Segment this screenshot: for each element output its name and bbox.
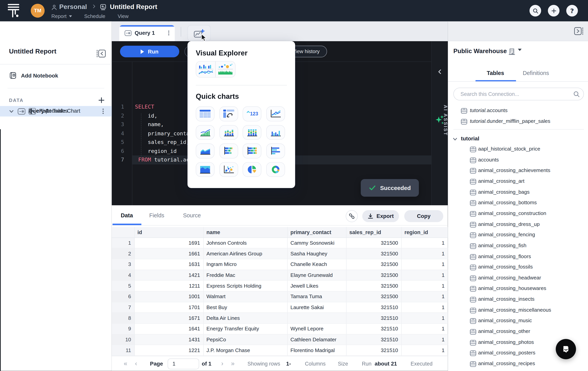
item-menu-icon[interactable]: [100, 108, 106, 115]
chevron-down-icon[interactable]: [9, 109, 14, 114]
share-link-button[interactable]: [346, 210, 358, 222]
connection-search-input[interactable]: [460, 88, 568, 100]
quick-chart-area-chart[interactable]: [196, 143, 214, 158]
connection-dropdown-icon[interactable]: [518, 51, 522, 58]
quick-charts-title: Quick charts: [196, 92, 239, 101]
sidebar-item-new-chart[interactable]: New chart: [0, 158, 112, 169]
quick-chart-scatter-plot[interactable]: [219, 162, 238, 177]
table-icon: [470, 340, 476, 346]
tab-definitions[interactable]: Definitions: [523, 70, 549, 76]
table-item-animal_crossing_housewares[interactable]: animal_crossing_housewares: [448, 284, 588, 295]
support-chat-button[interactable]: [556, 339, 576, 359]
table-item-animal_crossing_achievements[interactable]: animal_crossing_achievements: [448, 166, 588, 177]
column-header-region_id[interactable]: region_id: [401, 227, 448, 238]
page-input[interactable]: [168, 358, 199, 369]
first-page-button[interactable]: «: [124, 356, 127, 371]
topnav-report[interactable]: Report: [52, 13, 72, 19]
quick-chart-area-chart-100[interactable]: [196, 162, 214, 177]
quick-chart-column-chart[interactable]: [266, 125, 285, 140]
quick-chart-table[interactable]: [196, 106, 214, 121]
topnav-schedule[interactable]: Schedule: [84, 13, 105, 19]
quick-chart-combo-chart[interactable]: [196, 125, 214, 140]
table-label: animal_crossing_art: [478, 178, 525, 184]
quick-chart-donut-chart[interactable]: [266, 162, 285, 177]
sparkles-icon[interactable]: [435, 115, 444, 125]
tab-tables[interactable]: Tables: [487, 70, 504, 76]
tab-fields[interactable]: Fields: [149, 212, 164, 219]
table-item-animal_crossing_art[interactable]: animal_crossing_art: [448, 176, 588, 187]
tab-menu-icon[interactable]: [166, 30, 172, 36]
table-item-animal_crossing_dress_up[interactable]: animal_crossing_dress_up: [448, 219, 588, 230]
visual-explorer-button[interactable]: [196, 61, 235, 78]
topnav-view[interactable]: View: [118, 13, 129, 19]
table-item-animal_crossing_fencing[interactable]: animal_crossing_fencing: [448, 230, 588, 241]
add-data-button[interactable]: [97, 96, 105, 104]
app-logo-menu-icon[interactable]: [6, 3, 21, 18]
size-label[interactable]: Size: [338, 356, 348, 371]
sidebar-item-new-chart[interactable]: New chart: [0, 117, 112, 127]
copy-button[interactable]: Copy: [404, 210, 443, 222]
quick-chart-stacked-bar-100[interactable]: [242, 143, 261, 158]
quick-chart-stacked-column-100[interactable]: [242, 125, 261, 140]
table-item-animal_crossing_other[interactable]: animal_crossing_other: [448, 327, 588, 338]
table-item-animal_crossing_bottoms[interactable]: animal_crossing_bottoms: [448, 198, 588, 209]
column-header-id[interactable]: id: [134, 227, 203, 238]
pinned-table-accounts[interactable]: tutorial.accounts: [448, 106, 588, 117]
left-sidebar: Untitled Report Add Notebook DATA Query …: [0, 21, 112, 371]
cell: 321510: [346, 313, 401, 323]
chevron-down-icon[interactable]: [452, 137, 457, 141]
cell: 321500: [346, 291, 401, 302]
next-page-button[interactable]: ›: [221, 356, 223, 371]
tab-query-1[interactable]: Query 1: [119, 25, 175, 41]
table-item-animal_crossing_headwear[interactable]: animal_crossing_headwear: [448, 273, 588, 284]
table-item-animal_crossing_music[interactable]: animal_crossing_music: [448, 316, 588, 327]
quick-chart-line-chart[interactable]: [266, 106, 285, 121]
pinned-table-dunder_mifflin_paper_sales[interactable]: tutorial.dunder_mifflin_paper_sales: [448, 117, 588, 128]
column-header-name[interactable]: name: [203, 227, 287, 238]
collapse-sidebar-button[interactable]: [96, 49, 106, 58]
connection-name[interactable]: Public Warehouse: [453, 48, 507, 55]
table-item-animal_crossing_recipes[interactable]: animal_crossing_recipes: [448, 359, 588, 370]
chevron-left-icon[interactable]: [437, 69, 442, 75]
table-item-animal_crossing_fossils[interactable]: animal_crossing_fossils: [448, 262, 588, 273]
table-item-accounts[interactable]: accounts: [448, 155, 588, 166]
sidebar-item-query-2[interactable]: Query 2: [0, 127, 112, 138]
collapse-right-panel-button[interactable]: [573, 27, 584, 36]
tab-data[interactable]: Data: [121, 212, 133, 219]
table-item-animal_crossing_bags[interactable]: animal_crossing_bags: [448, 187, 588, 198]
tab-source[interactable]: Source: [183, 212, 201, 219]
prev-page-button[interactable]: ‹: [135, 356, 137, 371]
run-button[interactable]: Run: [120, 46, 179, 57]
quick-chart-stacked-column[interactable]: [219, 125, 238, 140]
table-item-animal_crossing_fish[interactable]: animal_crossing_fish: [448, 241, 588, 252]
quick-chart-big-number[interactable]: 123: [242, 106, 261, 121]
table-item-aapl_historical_stock_price[interactable]: aapl_historical_stock_price: [448, 144, 588, 155]
sidebar-item-pivot-table-chart[interactable]: Pivot Table Chart: [0, 148, 112, 159]
quick-chart-pie-chart[interactable]: [242, 162, 261, 177]
table-row: 51211Express Scripts HoldingJewell Likes…: [112, 281, 448, 291]
play-icon: [141, 49, 144, 54]
quick-chart-stacked-bar[interactable]: [219, 143, 238, 158]
quick-chart-bar-chart[interactable]: [266, 143, 285, 158]
table-item-animal_crossing_floors[interactable]: animal_crossing_floors: [448, 251, 588, 262]
table-item-animal_crossing_miscellaneous[interactable]: animal_crossing_miscellaneous: [448, 305, 588, 316]
schema-group-tutorial[interactable]: tutorial: [448, 134, 588, 145]
add-notebook-button[interactable]: Add Notebook: [21, 73, 58, 79]
global-search-button[interactable]: [530, 5, 541, 16]
table-icon: [470, 297, 476, 303]
column-header-sales_rep_id[interactable]: sales_rep_id: [346, 227, 401, 238]
ai-assist-panel[interactable]: AI ASSIST: [431, 41, 448, 205]
create-button[interactable]: [548, 5, 559, 16]
last-page-button[interactable]: »: [231, 356, 235, 371]
columns-label[interactable]: Columns: [305, 356, 326, 371]
breadcrumb-workspace[interactable]: Personal: [59, 3, 87, 11]
help-button[interactable]: ?: [566, 5, 578, 16]
table-item-animal_crossing_insects[interactable]: animal_crossing_insects: [448, 294, 588, 305]
sidebar-item-paper-sales[interactable]: 2Paper sales: [0, 138, 112, 148]
export-button[interactable]: Export: [362, 210, 399, 222]
table-item-animal_crossing_construction[interactable]: animal_crossing_construction: [448, 209, 588, 220]
breadcrumb-report-title[interactable]: Untitled Report: [110, 3, 157, 11]
quick-chart-pivot-table[interactable]: [219, 106, 238, 121]
column-header-primary_contact[interactable]: primary_contact: [287, 227, 346, 238]
avatar[interactable]: TM: [31, 4, 45, 18]
